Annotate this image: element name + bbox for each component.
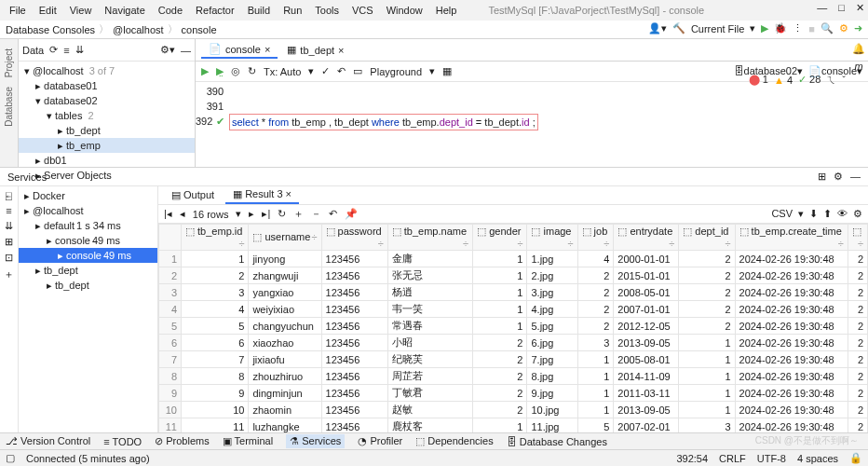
delete-row-icon[interactable]: － [311,207,321,221]
menu-view[interactable]: View [64,3,98,18]
dbchanges-button[interactable]: 🗄 Database Changes [507,436,607,447]
col-header[interactable]: ⬚ tb_emp.create_time÷ [735,225,848,251]
tree-item[interactable]: ▸ tb_dept [19,123,195,138]
tree-item[interactable]: ▸ tb_emp [19,138,195,153]
table-row[interactable]: 88zhouzhiruo123456周芷若28.jpg12014-11-0912… [159,368,868,385]
svc-tree-icon[interactable]: ⊞ [5,236,13,248]
gear-icon[interactable]: ⚙▾ [160,44,175,56]
tree-item[interactable]: ▾ tables2 [19,108,195,123]
data-tab[interactable]: Data [22,45,44,56]
svc-tree-item[interactable]: ▸ console 49 ms [19,248,157,263]
tree-item[interactable]: ▾ @localhost3 of 7 [19,63,195,78]
tx-mode-dropdown[interactable]: Tx: Auto [264,66,301,77]
menu-build[interactable]: Build [242,3,276,18]
svc-gear-icon[interactable]: ⚙ [834,171,843,183]
menu-code[interactable]: Code [153,3,188,18]
col-header[interactable]: ⬚ username÷ [249,225,321,251]
menu-help[interactable]: Help [430,3,463,18]
svc-tree-item[interactable]: ▸ console 49 ms [19,233,157,248]
crumb-root[interactable]: Database Consoles [6,24,95,35]
project-panel-button[interactable]: Project [4,48,14,77]
table-row[interactable]: 55changyuchun123456常遇春15.jpg22012-12-052… [159,318,868,335]
playground-dropdown[interactable]: Playground [370,66,422,77]
menu-refactor[interactable]: Refactor [190,3,240,18]
terminal-button[interactable]: ▣ Terminal [223,435,273,447]
menu-file[interactable]: File [4,3,32,18]
svc-filter-icon[interactable]: ≡ [6,205,11,216]
tab-tbdept[interactable]: ▦tb_dept × [279,42,351,58]
crumb-console[interactable]: console [182,24,217,35]
svc-add-icon[interactable]: ＋ [4,267,14,281]
col-header[interactable]: ⬚ ÷ [848,225,867,251]
rollback-icon[interactable]: ↶ [337,65,346,77]
svc-settings-icon[interactable]: ⊞ [818,171,826,183]
col-header[interactable]: ⬚ job÷ [577,225,614,251]
export-dropdown[interactable]: CSV [771,208,793,220]
next-page-icon[interactable]: ▸ [249,208,254,220]
inspection-badges[interactable]: ⬤ 1 ▲ 4 ✓ 28 ㄟˇ [749,73,846,87]
result-tab[interactable]: ▦ Result 3 × [225,186,299,204]
svc-tree-item[interactable]: ▸ @localhost [19,203,157,218]
maven-panel-icon[interactable]: m [854,61,862,72]
col-header[interactable]: ⬚ password÷ [321,225,387,251]
profiler-button[interactable]: ◔ Profiler [358,435,402,447]
commit-icon[interactable]: ✓ [321,65,330,77]
table-row[interactable]: 22zhangwuji123456张无忌12.jpg22015-01-01220… [159,267,868,284]
revert-icon[interactable]: ↶ [329,208,337,220]
services-button[interactable]: ⚗ Services [286,434,345,448]
reload-icon[interactable]: ↻ [278,208,286,220]
code-editor[interactable]: 390391 392✔ select * from tb_emp , tb_de… [196,82,868,132]
settings-icon[interactable]: ⚙ [839,22,848,34]
tree-item[interactable]: ▸ db01 [19,153,195,168]
settings-result-icon[interactable]: ⚙ [853,208,862,220]
cancel-icon[interactable]: ▭ [353,65,362,77]
close-icon[interactable]: ✕ [856,2,864,14]
code-lines[interactable]: select * from tb_emp , tb_dept where tb_… [229,84,538,130]
filter-icon[interactable]: ≡ [63,45,69,56]
view-icon[interactable]: 👁 [837,208,848,220]
import-icon[interactable]: ⬆ [823,208,832,220]
problems-button[interactable]: ⊘ Problems [155,435,210,447]
prev-page-icon[interactable]: ◂ [180,208,185,220]
settings-editor-icon[interactable]: ▦ [442,65,452,77]
menu-edit[interactable]: Edit [34,3,62,18]
status-square-icon[interactable]: ▢ [6,452,15,464]
svc-group-icon[interactable]: ⊡ [5,252,13,264]
col-header[interactable]: ⬚ entrydate÷ [614,225,679,251]
svc-tree-item[interactable]: ▸ tb_dept [19,263,157,278]
stop-exec-icon[interactable]: ◎ [231,65,240,77]
col-header[interactable]: ⬚ tb_emp.id÷ [182,225,249,251]
more-run-icon[interactable]: ⋮ [793,22,803,34]
submit-icon[interactable]: 📌 [345,208,358,220]
vc-button[interactable]: ⎇ Version Control [6,435,90,447]
tab-console[interactable]: 📄console × [201,41,278,59]
col-header[interactable]: ⬚ dept_id÷ [679,225,735,251]
add-row-icon[interactable]: ＋ [293,207,304,221]
svc-tree-item[interactable]: ▸ default 1 s 34 ms [19,218,157,233]
tree-item[interactable]: ▾ database02 [19,93,195,108]
svc-tree-item[interactable]: ▸ Docker [19,188,157,203]
collapse-icon[interactable]: ⇊ [75,44,84,56]
run-config-dropdown[interactable]: Current File [691,23,744,34]
search-icon[interactable]: 🔍 [821,22,834,34]
svc-hide-icon[interactable]: — [850,171,861,183]
debug-icon[interactable]: 🐞 [774,22,787,34]
menu-tools[interactable]: Tools [309,3,345,18]
table-row[interactable]: 33yangxiao123456杨逍13.jpg22008-05-0122024… [159,284,868,301]
minimize-icon[interactable]: — [817,2,827,14]
forward-icon[interactable]: ➜ [854,22,862,34]
refresh-icon[interactable]: ⟳ [49,44,58,56]
last-page-icon[interactable]: ▸| [262,208,270,220]
execute-icon[interactable]: ▶ [201,65,209,77]
explain-icon[interactable]: ↻ [248,65,256,77]
menu-vcs[interactable]: VCS [346,3,379,18]
database-panel-button[interactable]: Database [4,87,14,127]
table-row[interactable]: 77jixiaofu123456纪晓芙27.jpg12005-08-011202… [159,351,868,368]
deps-button[interactable]: ⬚ Dependencies [415,435,493,447]
col-header[interactable]: ⬚ image÷ [527,225,577,251]
table-row[interactable]: 66xiaozhao123456小昭26.jpg32013-09-0512024… [159,335,868,351]
run-icon[interactable]: ▶ [761,22,768,34]
output-tab[interactable]: ▤ Output [164,187,222,203]
crumb-host[interactable]: @localhost [113,24,164,35]
lock-icon[interactable]: 🔒 [849,452,862,464]
